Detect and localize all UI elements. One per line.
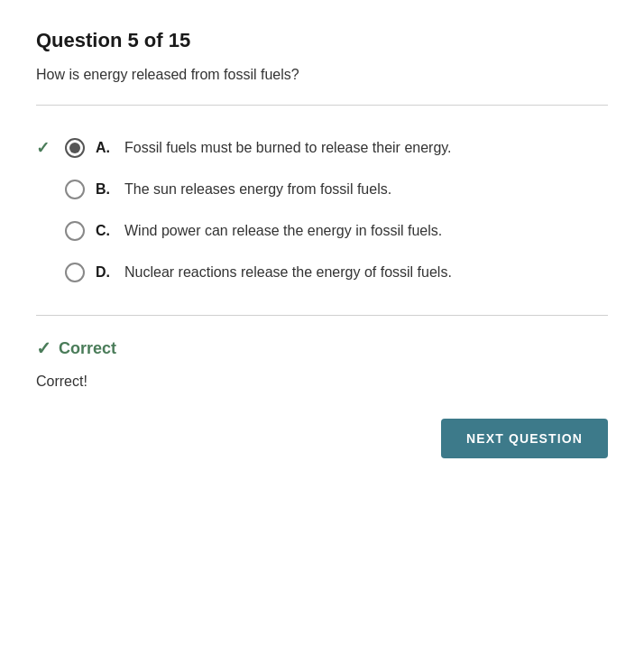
quiz-card: Question 5 of 15 How is energy released … xyxy=(0,0,644,646)
option-item-a[interactable]: ✓ A. Fossil fuels must be burned to rele… xyxy=(36,127,608,169)
radio-d[interactable] xyxy=(65,263,85,282)
option-letter-a: A. xyxy=(96,140,114,156)
divider-bottom xyxy=(36,315,608,316)
option-letter-d: D. xyxy=(96,264,114,281)
option-text-d: Nuclear reactions release the energy of … xyxy=(124,264,452,281)
option-letter-b: B. xyxy=(96,181,114,198)
question-title: Question 5 of 15 xyxy=(36,29,608,52)
option-text-b: The sun releases energy from fossil fuel… xyxy=(124,181,391,198)
result-message: Correct! xyxy=(36,374,608,390)
option-item-b[interactable]: B. The sun releases energy from fossil f… xyxy=(36,169,608,210)
result-label: ✓ Correct xyxy=(36,337,608,359)
footer: NEXT QUESTION xyxy=(36,419,608,458)
option-text-a: Fossil fuels must be burned to release t… xyxy=(124,140,452,156)
option-letter-c: C. xyxy=(96,223,114,239)
next-question-button[interactable]: NEXT QUESTION xyxy=(441,419,608,458)
result-section: ✓ Correct Correct! xyxy=(36,337,608,390)
radio-b[interactable] xyxy=(65,180,85,199)
checkmark-icon-a: ✓ xyxy=(36,138,54,158)
result-label-text: Correct xyxy=(59,339,116,358)
options-list: ✓ A. Fossil fuels must be burned to rele… xyxy=(36,127,608,293)
divider-top xyxy=(36,105,608,106)
radio-c[interactable] xyxy=(65,221,85,241)
question-text: How is energy released from fossil fuels… xyxy=(36,67,608,83)
option-text-c: Wind power can release the energy in fos… xyxy=(124,223,442,239)
radio-a[interactable] xyxy=(65,138,85,158)
result-check-icon: ✓ xyxy=(36,337,51,359)
option-item-c[interactable]: C. Wind power can release the energy in … xyxy=(36,210,608,252)
option-item-d[interactable]: D. Nuclear reactions release the energy … xyxy=(36,252,608,293)
